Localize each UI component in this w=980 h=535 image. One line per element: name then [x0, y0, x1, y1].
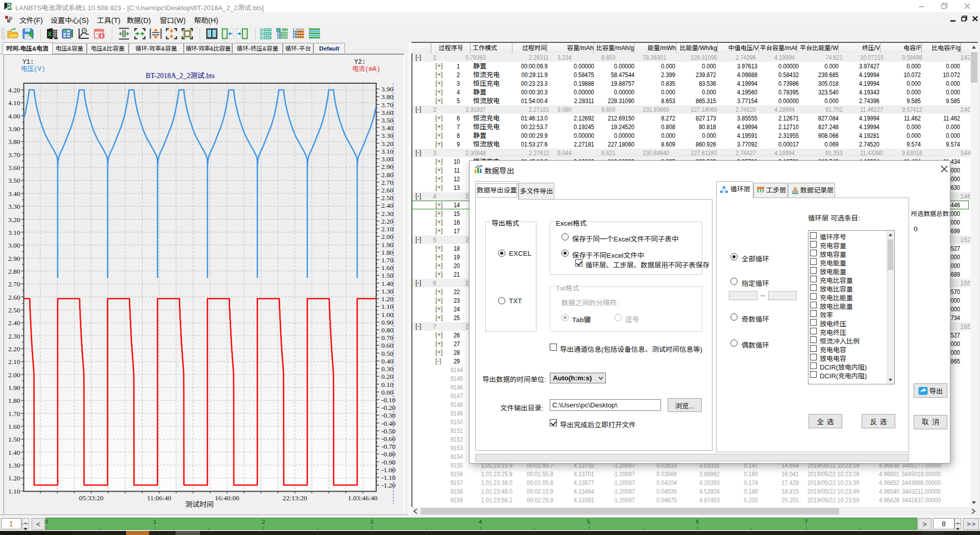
- svg-text:3.80: 3.80: [381, 93, 394, 101]
- svg-text:1.30: 1.30: [8, 461, 20, 469]
- svg-text:3.90: 3.90: [381, 85, 394, 93]
- svg-text:3.50: 3.50: [381, 116, 394, 124]
- svg-text:-1.10: -1.10: [381, 474, 396, 481]
- svg-text:2.00: 2.00: [381, 233, 394, 240]
- svg-text:2.70: 2.70: [8, 280, 20, 288]
- svg-text:2.80: 2.80: [381, 171, 394, 179]
- svg-text:3.50: 3.50: [8, 177, 20, 184]
- svg-text:0.70: 0.70: [381, 334, 394, 342]
- svg-text:1.60: 1.60: [8, 423, 20, 430]
- svg-text:2.40: 2.40: [8, 319, 20, 327]
- svg-text:3.60: 3.60: [8, 164, 20, 172]
- svg-text:-0.10: -0.10: [381, 396, 396, 404]
- svg-text:电压(V): 电压(V): [21, 65, 45, 73]
- svg-text:3.10: 3.10: [8, 229, 20, 236]
- svg-text:2.50: 2.50: [381, 194, 394, 202]
- svg-text:2.50: 2.50: [8, 306, 20, 314]
- svg-text:2.20: 2.20: [8, 345, 20, 353]
- svg-text:2.90: 2.90: [381, 163, 394, 171]
- svg-text:1.60: 1.60: [381, 264, 394, 272]
- svg-text:3.30: 3.30: [381, 132, 394, 139]
- svg-text:1.70: 1.70: [381, 256, 394, 264]
- svg-text:电流(mA): 电流(mA): [352, 65, 380, 73]
- svg-text:-0.80: -0.80: [381, 450, 396, 458]
- svg-text:2.10: 2.10: [8, 358, 20, 366]
- svg-text:1.03:46:40: 1.03:46:40: [348, 494, 378, 502]
- svg-text:0.50: 0.50: [381, 350, 394, 357]
- svg-text:3.80: 3.80: [8, 138, 20, 145]
- svg-text:-0.90: -0.90: [381, 458, 396, 466]
- svg-text:Y2:: Y2:: [354, 59, 366, 66]
- svg-text:2.80: 2.80: [8, 268, 20, 275]
- svg-text:3.00: 3.00: [8, 241, 20, 249]
- svg-text:-0.50: -0.50: [381, 427, 396, 435]
- svg-text:2.30: 2.30: [8, 332, 20, 340]
- svg-text:1.70: 1.70: [8, 410, 20, 418]
- svg-text:-1.20: -1.20: [381, 481, 396, 489]
- svg-text:1.20: 1.20: [8, 474, 20, 482]
- svg-text:1.40: 1.40: [381, 280, 394, 287]
- svg-text:1.80: 1.80: [8, 397, 20, 404]
- svg-text:0.80: 0.80: [381, 326, 394, 334]
- svg-text:-1.00: -1.00: [381, 466, 396, 474]
- svg-text:1.90: 1.90: [8, 384, 20, 392]
- svg-text:3.70: 3.70: [8, 151, 20, 159]
- svg-text:3.30: 3.30: [8, 203, 20, 210]
- svg-text:0.10: 0.10: [381, 381, 394, 388]
- svg-text:Y1:: Y1:: [22, 59, 34, 66]
- svg-text:0.40: 0.40: [381, 357, 394, 365]
- svg-text:2.20: 2.20: [381, 217, 394, 225]
- svg-text:0.30: 0.30: [381, 365, 394, 373]
- svg-text:16:40:00: 16:40:00: [215, 494, 239, 502]
- svg-text:-0.20: -0.20: [381, 404, 396, 411]
- svg-text:1.40: 1.40: [8, 449, 20, 456]
- svg-text:X: X: [47, 31, 52, 38]
- svg-text:05:33:20: 05:33:20: [79, 494, 104, 502]
- svg-text:3.60: 3.60: [381, 109, 394, 116]
- svg-text:22:13:20: 22:13:20: [283, 494, 307, 502]
- svg-text:2.90: 2.90: [8, 255, 20, 262]
- svg-text:3.70: 3.70: [381, 101, 394, 109]
- svg-text:1.90: 1.90: [381, 241, 394, 249]
- svg-text:1.80: 1.80: [381, 249, 394, 256]
- svg-text:1.10: 1.10: [381, 303, 394, 310]
- svg-text:4.10: 4.10: [8, 99, 20, 107]
- svg-text:2.10: 2.10: [381, 225, 394, 233]
- svg-text:3.40: 3.40: [8, 190, 20, 198]
- svg-text:2.70: 2.70: [381, 179, 394, 186]
- svg-text:-0.40: -0.40: [381, 420, 396, 427]
- svg-text:测试时间: 测试时间: [185, 499, 214, 509]
- svg-text:1.10: 1.10: [8, 488, 20, 495]
- svg-text:0.20: 0.20: [381, 373, 394, 380]
- svg-text:0.90: 0.90: [381, 319, 394, 326]
- svg-text:1.00: 1.00: [381, 311, 394, 319]
- svg-text:1.50: 1.50: [381, 272, 394, 279]
- svg-text:3.00: 3.00: [381, 155, 394, 163]
- svg-text:1.20: 1.20: [381, 295, 394, 303]
- svg-text:2.60: 2.60: [8, 294, 20, 301]
- svg-text:1.50: 1.50: [8, 435, 20, 443]
- svg-text:4.00: 4.00: [8, 112, 20, 120]
- svg-text:0.60: 0.60: [381, 342, 394, 349]
- svg-text:1.30: 1.30: [381, 287, 394, 295]
- svg-text:2.60: 2.60: [381, 186, 394, 194]
- svg-text:4.20: 4.20: [8, 86, 20, 94]
- svg-text:3.20: 3.20: [381, 140, 394, 148]
- svg-text:3.90: 3.90: [8, 125, 20, 133]
- svg-text:11:06:40: 11:06:40: [147, 494, 172, 502]
- svg-text:-0.70: -0.70: [381, 443, 396, 450]
- svg-text:3.10: 3.10: [381, 148, 394, 155]
- svg-text:BT-2018A_2_2测试.bts: BT-2018A_2_2测试.bts: [145, 71, 214, 80]
- svg-text:2.00: 2.00: [8, 371, 20, 379]
- svg-text:3.20: 3.20: [8, 216, 20, 224]
- svg-text:0.00: 0.00: [381, 388, 394, 396]
- svg-text:3.40: 3.40: [381, 124, 394, 132]
- svg-text:2.30: 2.30: [381, 210, 394, 217]
- svg-text:2.40: 2.40: [381, 202, 394, 209]
- svg-text:-0.60: -0.60: [381, 435, 396, 443]
- svg-text:-0.30: -0.30: [381, 411, 396, 419]
